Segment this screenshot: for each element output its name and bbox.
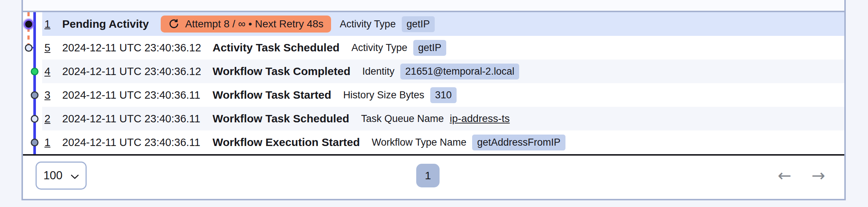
pending-retry-dashed-line: [27, 12, 30, 49]
attribute-value-badge: 310: [430, 87, 457, 103]
event-id-link[interactable]: 1: [42, 18, 62, 30]
attribute-label: Identity: [362, 66, 394, 77]
event-dot-scheduled-2: [31, 115, 39, 123]
event-timestamp: 2024-12-11 UTC 23:40:36.12: [62, 42, 213, 54]
event-name: Workflow Task Scheduled: [213, 112, 349, 125]
page-size-select[interactable]: 100: [36, 162, 87, 190]
retry-status-badge: Attempt 8 / ∞ • Next Retry 48s: [161, 16, 331, 33]
attribute-value-badge: getIP: [402, 16, 435, 32]
event-dot-completed-4: [31, 68, 39, 75]
event-id-link[interactable]: 5: [42, 42, 62, 54]
event-name: Activity Task Scheduled: [213, 41, 340, 54]
pending-activity-dot: [25, 21, 32, 28]
attribute-value-badge: 21651@temporal-2.local: [400, 64, 519, 79]
event-id-link[interactable]: 4: [42, 65, 62, 78]
page-size-value: 100: [43, 169, 63, 182]
pagination-footer: 100 1 ← →: [23, 156, 844, 196]
event-row[interactable]: 1 2024-12-11 UTC 23:40:36.11 Workflow Ex…: [23, 130, 844, 154]
attribute-value-badge: getIP: [413, 40, 446, 56]
pager-arrows: ← →: [778, 156, 825, 196]
retry-text: Attempt 8 / ∞ • Next Retry 48s: [185, 18, 324, 30]
event-dot-started-1: [31, 139, 39, 146]
event-timestamp: 2024-12-11 UTC 23:40:36.12: [62, 65, 213, 78]
attribute-label: Workflow Type Name: [372, 137, 467, 148]
attribute-value-badge: getAddressFromIP: [472, 135, 565, 150]
chevron-down-icon: [71, 169, 79, 182]
event-dot-started-3: [31, 91, 39, 99]
event-timestamp: 2024-12-11 UTC 23:40:36.11: [62, 136, 213, 149]
event-timestamp: 2024-12-11 UTC 23:40:36.11: [62, 89, 213, 101]
event-name: Workflow Execution Started: [213, 136, 360, 149]
event-row[interactable]: 5 2024-12-11 UTC 23:40:36.12 Activity Ta…: [23, 36, 844, 60]
attribute-label: Task Queue Name: [361, 113, 444, 125]
previous-page-arrow-icon[interactable]: ←: [778, 167, 791, 184]
timeline-line: [33, 12, 36, 154]
card-top-strip: [23, 0, 844, 12]
event-dot-scheduled-5: [25, 44, 33, 52]
event-timestamp: 2024-12-11 UTC 23:40:36.11: [62, 113, 213, 125]
event-name: Workflow Task Completed: [213, 65, 350, 78]
event-id-link[interactable]: 3: [42, 89, 62, 101]
event-history-card: 1 Pending Activity Attempt 8 / ∞ • Next …: [21, 0, 846, 200]
event-row[interactable]: 4 2024-12-11 UTC 23:40:36.12 Workflow Ta…: [23, 60, 844, 83]
event-id-link[interactable]: 2: [42, 113, 62, 125]
retry-icon: [168, 18, 180, 30]
event-name: Pending Activity: [62, 18, 149, 30]
attribute-label: History Size Bytes: [343, 89, 424, 101]
pending-activity-row[interactable]: 1 Pending Activity Attempt 8 / ∞ • Next …: [23, 12, 844, 36]
task-queue-link[interactable]: ip-address-ts: [450, 113, 510, 125]
current-page-button[interactable]: 1: [416, 164, 440, 187]
event-history-table: 1 Pending Activity Attempt 8 / ∞ • Next …: [23, 12, 844, 154]
event-id-link[interactable]: 1: [42, 136, 62, 149]
event-name: Workflow Task Started: [213, 89, 331, 101]
next-page-arrow-icon[interactable]: →: [811, 167, 825, 184]
event-row[interactable]: 3 2024-12-11 UTC 23:40:36.11 Workflow Ta…: [23, 83, 844, 107]
attribute-label: Activity Type: [351, 42, 407, 54]
event-row[interactable]: 2 2024-12-11 UTC 23:40:36.11 Workflow Ta…: [23, 107, 844, 130]
event-timeline: [23, 12, 42, 154]
attribute-label: Activity Type: [340, 18, 396, 30]
